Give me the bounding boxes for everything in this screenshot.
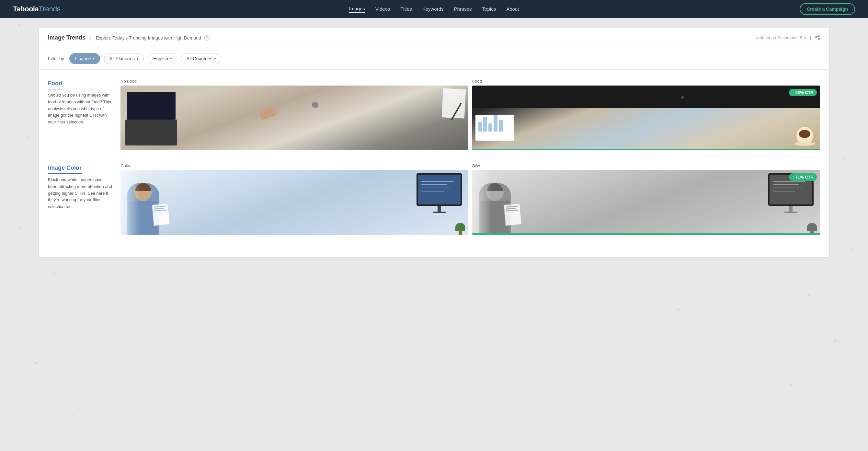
no-food-image: ❄ ❄ xyxy=(121,86,468,150)
bw-ctr-badge: ↑ 71% CTR xyxy=(789,173,817,181)
filter-label: Filter by xyxy=(48,56,64,61)
card-title: Image Trends xyxy=(48,34,86,41)
bw-col: B/W xyxy=(472,163,820,235)
bw-image-label: B/W xyxy=(472,163,820,168)
food-image: ❄ ❄ ↑ 93% CTR xyxy=(472,86,820,150)
bw-green-bar xyxy=(472,233,820,235)
bw-image: ↑ 71% CTR xyxy=(472,170,820,235)
card-header: Image Trends | Explore Today's Trending … xyxy=(39,28,829,48)
svg-point-1 xyxy=(815,37,817,38)
color-image xyxy=(121,170,468,235)
food-green-bar xyxy=(472,149,820,150)
filter-bar: Filter by Finance ▾ All Platforms ▾ Engl… xyxy=(39,48,829,70)
food-images-grid: No Food xyxy=(121,79,820,150)
svg-point-2 xyxy=(818,38,819,39)
share-icon[interactable] xyxy=(815,35,820,41)
logo: Taboola Trends xyxy=(13,5,61,13)
nav-item-images[interactable]: Images xyxy=(349,6,365,12)
food-section: Food Should you be using images with foo… xyxy=(48,79,820,150)
nav-item-titles[interactable]: Titles xyxy=(400,6,412,12)
no-food-col: No Food xyxy=(121,79,468,150)
svg-point-0 xyxy=(818,35,819,36)
nav-item-topics[interactable]: Topics xyxy=(482,6,496,12)
no-food-label: No Food xyxy=(121,79,468,84)
logo-trends: Trends xyxy=(38,5,61,13)
header: Taboola Trends Images Videos Titles Keyw… xyxy=(0,0,868,18)
content-area: Food Should you be using images with foo… xyxy=(39,70,829,257)
food-col: Food xyxy=(472,79,820,150)
card-title-section: Image Trends | Explore Today's Trending … xyxy=(48,34,210,41)
create-campaign-button[interactable]: Create a Campaign xyxy=(800,3,855,15)
nav-item-videos[interactable]: Videos xyxy=(375,6,390,12)
color-col: Color xyxy=(121,163,468,235)
main-nav: Images Videos Titles Keywords Phrases To… xyxy=(349,6,519,12)
color-section: Image Color Black and white images have … xyxy=(48,163,820,235)
color-description: Black and white images have been attract… xyxy=(48,177,113,210)
filter-countries[interactable]: All Countries ▾ xyxy=(181,53,221,64)
food-description: Should you be using images with food or … xyxy=(48,92,113,126)
info-icon[interactable]: ? xyxy=(205,35,210,40)
card-meta: Updated on December 15th | xyxy=(754,35,820,41)
food-category-label: Food xyxy=(48,80,62,89)
filter-language[interactable]: English ▾ xyxy=(148,53,177,64)
nav-item-keywords[interactable]: Keywords xyxy=(422,6,444,12)
color-images-grid: Color xyxy=(121,163,820,235)
title-divider: | xyxy=(90,35,91,41)
image-trends-card: Image Trends | Explore Today's Trending … xyxy=(39,28,829,257)
filter-platforms[interactable]: All Platforms ▾ xyxy=(104,53,144,64)
filter-finance[interactable]: Finance ▾ xyxy=(69,53,100,64)
svg-line-4 xyxy=(817,36,818,37)
updated-date: Updated on December 15th xyxy=(754,35,806,40)
food-type-link[interactable]: type xyxy=(91,106,99,111)
color-category-label: Image Color xyxy=(48,164,82,174)
nav-item-phrases[interactable]: Phrases xyxy=(454,6,472,12)
nav-item-about[interactable]: About xyxy=(506,6,519,12)
food-ctr-badge: ↑ 93% CTR xyxy=(789,89,817,96)
main-content: Image Trends | Explore Today's Trending … xyxy=(0,18,868,267)
card-subtitle: Explore Today's Trending Images with Hig… xyxy=(96,35,201,40)
food-label: Food xyxy=(472,79,820,84)
food-trend-info: Food Should you be using images with foo… xyxy=(48,79,113,150)
logo-taboola: Taboola xyxy=(13,5,38,13)
color-image-label: Color xyxy=(121,163,468,168)
svg-line-3 xyxy=(817,38,818,38)
color-trend-info: Image Color Black and white images have … xyxy=(48,163,113,235)
